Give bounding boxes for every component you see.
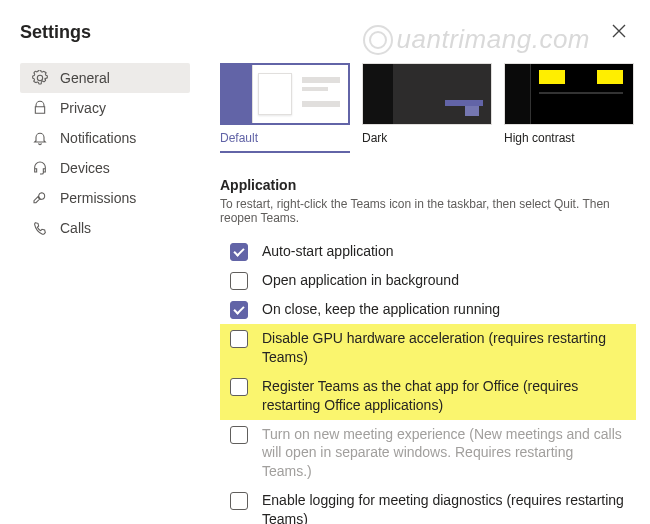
check-register-office[interactable]: Register Teams as the chat app for Offic… <box>220 372 636 420</box>
theme-high-contrast[interactable]: High contrast <box>504 63 634 153</box>
gear-icon <box>32 70 48 86</box>
checkbox[interactable] <box>230 272 248 290</box>
close-button[interactable] <box>608 20 630 45</box>
theme-preview-high-contrast <box>504 63 634 125</box>
checkbox-label: Turn on new meeting experience (New meet… <box>262 425 626 482</box>
sidebar-item-devices[interactable]: Devices <box>20 153 190 183</box>
settings-body: General Privacy Notifications Devices <box>20 63 640 524</box>
phone-icon <box>32 220 48 236</box>
check-auto-start[interactable]: Auto-start application <box>220 237 636 266</box>
sidebar-item-label: Devices <box>60 160 110 176</box>
checkbox-label: Open application in background <box>262 271 459 290</box>
close-icon <box>612 24 626 41</box>
theme-selector: Default Dark High contrast <box>220 63 636 153</box>
sidebar-item-label: General <box>60 70 110 86</box>
sidebar: General Privacy Notifications Devices <box>20 63 200 524</box>
sidebar-item-label: Privacy <box>60 100 106 116</box>
page-title: Settings <box>20 22 91 43</box>
theme-label: High contrast <box>504 131 634 145</box>
sidebar-item-label: Notifications <box>60 130 136 146</box>
topbar: Settings <box>20 20 640 63</box>
settings-window: Settings General Privacy <box>0 0 650 524</box>
sidebar-item-calls[interactable]: Calls <box>20 213 190 243</box>
check-disable-gpu[interactable]: Disable GPU hardware acceleration (requi… <box>220 324 636 372</box>
check-enable-logging[interactable]: Enable logging for meeting diagnostics (… <box>220 486 636 524</box>
theme-default[interactable]: Default <box>220 63 350 153</box>
check-new-meeting-experience[interactable]: Turn on new meeting experience (New meet… <box>220 420 636 487</box>
checkbox[interactable] <box>230 378 248 396</box>
checkbox[interactable] <box>230 330 248 348</box>
main-panel: Default Dark High contrast <box>200 63 640 524</box>
theme-preview-dark <box>362 63 492 125</box>
sidebar-item-privacy[interactable]: Privacy <box>20 93 190 123</box>
sidebar-item-general[interactable]: General <box>20 63 190 93</box>
lock-icon <box>32 100 48 116</box>
application-section-title: Application <box>220 177 636 193</box>
theme-label: Default <box>220 131 350 145</box>
application-section-desc: To restart, right-click the Teams icon i… <box>220 197 636 225</box>
headset-icon <box>32 160 48 176</box>
check-keep-running[interactable]: On close, keep the application running <box>220 295 636 324</box>
checkbox-label: Auto-start application <box>262 242 394 261</box>
theme-label: Dark <box>362 131 492 145</box>
sidebar-item-label: Permissions <box>60 190 136 206</box>
checkbox-label: Enable logging for meeting diagnostics (… <box>262 491 626 524</box>
sidebar-item-label: Calls <box>60 220 91 236</box>
theme-preview-default <box>220 63 350 125</box>
check-open-background[interactable]: Open application in background <box>220 266 636 295</box>
bell-icon <box>32 130 48 146</box>
sidebar-item-notifications[interactable]: Notifications <box>20 123 190 153</box>
checkbox[interactable] <box>230 492 248 510</box>
checkbox-label: On close, keep the application running <box>262 300 500 319</box>
checkbox[interactable] <box>230 301 248 319</box>
sidebar-item-permissions[interactable]: Permissions <box>20 183 190 213</box>
checkbox-label: Register Teams as the chat app for Offic… <box>262 377 626 415</box>
checkbox[interactable] <box>230 426 248 444</box>
application-options: Auto-start application Open application … <box>220 237 636 524</box>
checkbox[interactable] <box>230 243 248 261</box>
theme-dark[interactable]: Dark <box>362 63 492 153</box>
checkbox-label: Disable GPU hardware acceleration (requi… <box>262 329 626 367</box>
key-icon <box>32 190 48 206</box>
